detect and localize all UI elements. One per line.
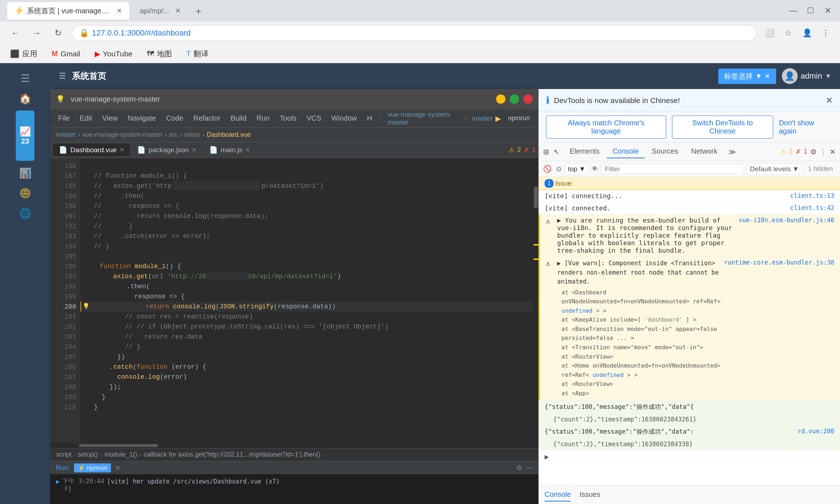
code-scrollbar-v[interactable] xyxy=(533,158,538,443)
match-language-button[interactable]: Always match Chrome's language xyxy=(546,116,666,139)
menu-tools[interactable]: Tools xyxy=(276,113,300,124)
admin-dropdown-icon[interactable]: ▼ xyxy=(825,73,831,80)
tab-2[interactable]: api/mp/... ✕ xyxy=(133,2,188,19)
sidebar-chart-icon[interactable]: 📊 xyxy=(16,164,34,182)
dt-eye-icon[interactable]: 👁 xyxy=(592,165,598,173)
tag-close-icon[interactable]: ✕ xyxy=(764,72,770,80)
ln-206: 206 xyxy=(57,362,80,372)
cb-tab-issues[interactable]: Issues xyxy=(579,488,600,501)
menu-code[interactable]: Code xyxy=(163,113,187,124)
devtools-notif-actions: Always match Chrome's language Switch De… xyxy=(539,112,840,143)
code-editor[interactable]: // function module_1() { // axios.get('h… xyxy=(80,158,533,443)
ce-link-1[interactable]: client.ts:13 xyxy=(790,192,834,199)
tab2-close-icon[interactable]: ✕ xyxy=(192,146,196,153)
dt-close-icon[interactable]: ✕ xyxy=(830,148,836,156)
switch-chinese-button[interactable]: Switch DevTools to Chinese xyxy=(672,116,773,139)
arrow-icon[interactable]: ▶ xyxy=(545,452,549,461)
sidebar-home-icon[interactable]: 🏠 xyxy=(16,89,34,108)
notif-close-button[interactable]: ✕ xyxy=(826,95,833,106)
cast-icon[interactable]: ⬜ xyxy=(762,26,777,40)
tab-close-x[interactable]: ✕ xyxy=(115,464,120,472)
profile-icon[interactable]: 👤 xyxy=(800,26,814,40)
console-output[interactable]: [vite] connecting... client.ts:13 [vite]… xyxy=(539,190,840,485)
menu-file[interactable]: File xyxy=(55,113,73,124)
sidebar-menu-icon[interactable]: ☰ xyxy=(16,69,34,88)
ce-link-2[interactable]: client.ts:42 xyxy=(790,204,834,211)
bookmark-gmail[interactable]: M Gmail xyxy=(49,48,83,60)
header-menu-icon[interactable]: ☰ xyxy=(59,71,66,81)
dt-tab-elements[interactable]: Elements xyxy=(564,145,605,158)
bookmark-apps[interactable]: ⬛ 应用 xyxy=(7,47,40,60)
tab3-close-icon[interactable]: ✕ xyxy=(245,146,250,153)
ce-link-4[interactable]: runtime-core.esm-bundler.js:38 xyxy=(724,259,834,266)
tab1-close[interactable]: ✕ xyxy=(117,7,122,15)
back-button[interactable]: ← xyxy=(7,25,23,41)
cb-tab-console[interactable]: Console xyxy=(545,488,571,501)
close-button[interactable]: ✕ xyxy=(823,6,833,16)
code-203: // return res.data xyxy=(80,332,533,342)
code-194: // } xyxy=(80,241,533,251)
tab-1[interactable]: ⚡ 系统首页 | vue-manage-system ✕ xyxy=(7,2,129,19)
dt-filter-icon[interactable]: ⊙ xyxy=(556,165,562,173)
ce-link-3[interactable]: vue-i18n.esm-bundler.js:46 xyxy=(739,216,834,224)
default-levels-dropdown[interactable]: Default levels ▼ xyxy=(747,163,802,175)
forward-button[interactable]: → xyxy=(29,25,45,41)
term-minimize-icon[interactable]: — xyxy=(526,464,533,472)
reload-button[interactable]: ↻ xyxy=(50,25,66,41)
ide-minimize-button[interactable] xyxy=(496,94,505,104)
ide-tab-dashboard[interactable]: 📄 Dashboard.vue ✕ xyxy=(53,144,130,156)
console-filter-input[interactable] xyxy=(601,164,744,174)
dt-settings-icon[interactable]: ⚙ xyxy=(810,148,817,156)
ide-tab-main[interactable]: 📄 main.js ✕ xyxy=(204,144,256,156)
npmrun-badge[interactable]: npmrun xyxy=(504,113,534,123)
code-204: // } xyxy=(80,342,533,352)
devtools-dock-icon[interactable]: ⊞ xyxy=(543,148,549,156)
menu-view[interactable]: View xyxy=(99,113,121,124)
code-198: .then( xyxy=(80,281,533,291)
tab2-close[interactable]: ✕ xyxy=(175,7,181,15)
dt-vertical-dots-icon[interactable]: ⋮ xyxy=(820,148,827,156)
scrollbar-thumb-h[interactable] xyxy=(79,444,158,447)
menu-vcs[interactable]: VCS xyxy=(303,113,325,124)
menu-navigate[interactable]: Navigate xyxy=(124,113,160,124)
dt-more-tabs-icon[interactable]: ≫ xyxy=(725,145,739,158)
devtools-cursor-icon[interactable]: ↖ xyxy=(554,148,560,156)
code-195 xyxy=(80,251,533,261)
ide-maximize-button[interactable] xyxy=(510,94,519,104)
term-settings-icon[interactable]: ⚙ xyxy=(516,464,522,472)
code-scrollbar-h[interactable] xyxy=(50,443,538,448)
tab-close-icon[interactable]: ✕ xyxy=(120,146,124,153)
dt-tab-sources[interactable]: Sources xyxy=(646,145,684,158)
tag-select-button[interactable]: 标签选择 ▼ ✕ xyxy=(718,69,776,84)
bookmark-youtube[interactable]: ▶ YouTube xyxy=(92,48,136,60)
sidebar-globe-icon[interactable]: 🌐 xyxy=(16,204,34,223)
dt-tab-network[interactable]: Network xyxy=(685,145,723,158)
url-bar[interactable]: 🔒 127.0.0.1:3000/#/dashboard xyxy=(72,25,757,41)
new-tab-button[interactable]: ＋ xyxy=(191,4,206,18)
bookmark-translate[interactable]: T 翻译 xyxy=(183,47,211,60)
dt-clear-icon[interactable]: 🚫 xyxy=(543,165,552,173)
menu-build[interactable]: Build xyxy=(227,113,250,124)
menu-refactor[interactable]: Refactor xyxy=(190,113,224,124)
bookmark-icon[interactable]: ☆ xyxy=(781,26,795,40)
scrollbar-thumb-v[interactable] xyxy=(534,187,538,208)
bookmark-maps[interactable]: 🗺 地图 xyxy=(144,47,175,60)
ide-close-button[interactable] xyxy=(523,94,533,104)
run-icon[interactable]: ▶ xyxy=(495,114,501,123)
sidebar-smile-icon[interactable]: 😊 xyxy=(16,184,34,202)
minimize-button[interactable]: — xyxy=(788,6,798,16)
menu-window[interactable]: Window xyxy=(328,113,360,124)
maximize-button[interactable]: ☐ xyxy=(806,6,816,16)
top-context-dropdown[interactable]: top ▼ xyxy=(565,163,589,175)
tab2-label: package.json xyxy=(149,146,189,154)
menu-help[interactable]: H xyxy=(363,113,375,124)
ide-tab-package[interactable]: 📄 package.json ✕ xyxy=(131,144,202,156)
sidebar-stats-card[interactable]: 📈 23 xyxy=(16,111,34,161)
lock-icon: 🔒 xyxy=(79,28,89,38)
dt-tab-console[interactable]: Console xyxy=(607,145,644,158)
menu-edit[interactable]: Edit xyxy=(76,113,95,124)
dont-show-link[interactable]: Don't show again xyxy=(779,119,833,135)
more-icon[interactable]: ⋮ xyxy=(818,26,833,40)
ce-link-6[interactable]: rd.vue:200 xyxy=(798,428,834,435)
menu-run[interactable]: Run xyxy=(253,113,274,124)
